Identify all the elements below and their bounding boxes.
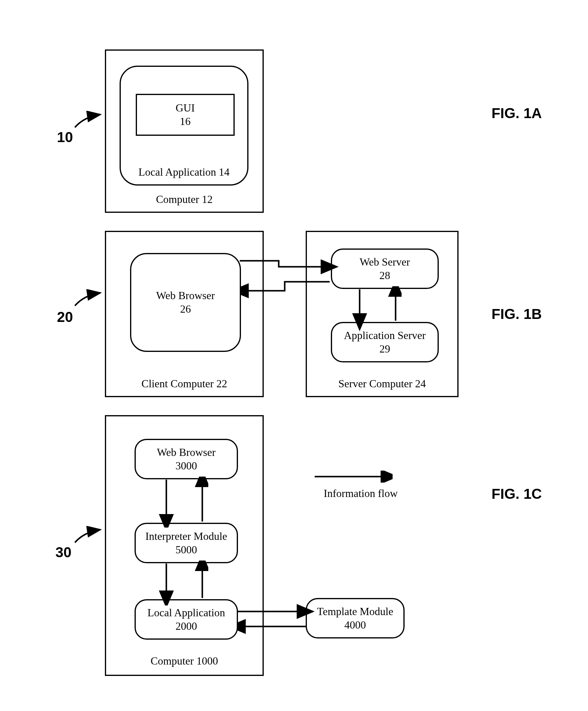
server-computer-label: Server Computer 24 [307,378,457,390]
template-4000-l2: 4000 [344,618,366,632]
interpreter-5000-l2: 5000 [176,543,197,557]
fig-1a-local-app-box: GUI 16 Local Application 14 [119,66,248,186]
web-browser-26-l2: 26 [180,302,191,316]
fig-1c-arrows-top [148,477,208,527]
web-browser-26-box: Web Browser 26 [130,253,241,352]
web-browser-26-l1: Web Browser [156,289,215,302]
gui-label-1: GUI [176,101,195,115]
web-browser-3000-box: Web Browser 3000 [135,439,238,479]
fig-1b-ref-arrow [72,289,108,310]
fig-1a-gui-box: GUI 16 [136,94,235,136]
local-app-label: Local Application 14 [121,166,247,178]
fig-1b-title: FIG. 1B [492,306,542,322]
fig-1c-title: FIG. 1C [492,486,542,502]
computer-12-label: Computer 12 [106,193,263,206]
fig-1a-computer-box: GUI 16 Local Application 14 Computer 12 [105,49,264,213]
legend-arrow [315,471,393,482]
web-browser-3000-l2: 3000 [176,459,197,473]
local-app-2000-l1: Local Application [148,606,225,620]
local-app-2000-l2: 2000 [176,620,197,633]
interpreter-5000-box: Interpreter Module 5000 [135,523,238,563]
fig-1c-arrows-template [237,603,321,639]
computer-1000-label: Computer 1000 [106,655,263,667]
interpreter-5000-l1: Interpreter Module [145,530,227,543]
fig-1b-arrows-server-app [342,286,401,334]
web-server-28-l2: 28 [379,269,390,282]
web-server-28-l1: Web Server [360,255,410,269]
app-server-29-l2: 29 [379,342,390,356]
legend-text: Information flow [324,487,398,500]
fig-1c-ref-arrow [72,526,108,547]
template-4000-l1: Template Module [317,605,393,618]
fig-1a-ref-arrow [72,111,108,132]
fig-1b-ref: 20 [57,309,73,325]
fig-1a-title: FIG. 1A [492,105,542,122]
web-browser-3000-l1: Web Browser [157,446,216,459]
client-computer-label: Client Computer 22 [106,378,263,390]
fig-1a-ref: 10 [57,129,73,145]
gui-label-2: 16 [180,115,191,128]
page: FIG. 1A 10 GUI 16 Local Application 14 C… [0,0,588,711]
fig-1c-ref: 30 [56,544,71,561]
fig-1c-arrows-bottom [148,561,208,605]
